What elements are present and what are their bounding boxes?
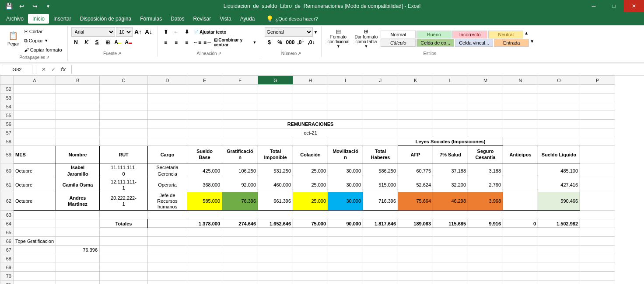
cell-J63[interactable] bbox=[363, 211, 398, 219]
cell-B59-nombre[interactable]: Nombre bbox=[56, 146, 100, 163]
cell-B70[interactable] bbox=[56, 272, 100, 281]
cell-O58[interactable] bbox=[538, 137, 580, 146]
redo-button[interactable]: ↪ bbox=[30, 1, 40, 11]
cell-L53[interactable] bbox=[433, 94, 468, 102]
cell-O55[interactable] bbox=[538, 111, 580, 120]
cell-G58[interactable] bbox=[258, 137, 293, 146]
bold-button[interactable]: N bbox=[71, 38, 81, 47]
cell-G55[interactable] bbox=[258, 111, 293, 120]
cell-A60[interactable]: Octubre bbox=[14, 163, 56, 178]
cell-H70[interactable] bbox=[293, 272, 328, 281]
cell-C58[interactable] bbox=[100, 137, 148, 146]
cell-C59-rut[interactable]: RUT bbox=[100, 146, 148, 163]
cell-O56[interactable] bbox=[538, 120, 580, 128]
cell-E70[interactable] bbox=[187, 272, 222, 281]
cell-D71[interactable] bbox=[148, 281, 187, 284]
cell-J67[interactable] bbox=[363, 246, 398, 254]
cell-M67[interactable] bbox=[468, 246, 503, 254]
cell-C69[interactable] bbox=[100, 263, 148, 272]
cell-O57[interactable] bbox=[538, 128, 580, 137]
cell-L64[interactable]: 115.685 bbox=[433, 219, 468, 228]
cell-G71[interactable] bbox=[258, 281, 293, 284]
cell-D68[interactable] bbox=[148, 254, 187, 263]
cell-P61[interactable] bbox=[580, 178, 615, 192]
cell-L66[interactable] bbox=[433, 237, 468, 246]
cell-E67[interactable] bbox=[187, 246, 222, 254]
cell-F66[interactable] bbox=[222, 237, 258, 246]
cell-C61[interactable]: 12.111.111-1 bbox=[100, 178, 148, 192]
cell-P62[interactable] bbox=[580, 192, 615, 211]
format-table-button[interactable]: ⊞ Dar formatocomo tabla ▼ bbox=[352, 27, 380, 50]
cell-G70[interactable] bbox=[258, 272, 293, 281]
cell-B69[interactable] bbox=[56, 263, 100, 272]
cell-P59[interactable] bbox=[580, 146, 615, 163]
cell-D58[interactable] bbox=[148, 137, 187, 146]
cell-H69[interactable] bbox=[293, 263, 328, 272]
cell-J66[interactable] bbox=[363, 237, 398, 246]
cell-I68[interactable] bbox=[328, 254, 363, 263]
cell-H58[interactable] bbox=[293, 137, 328, 146]
cell-K58-leyes[interactable]: Leyes Sociales (Imposiciones) bbox=[398, 137, 503, 146]
cell-H71[interactable] bbox=[293, 281, 328, 284]
cell-O53[interactable] bbox=[538, 94, 580, 102]
col-header-N[interactable]: N bbox=[503, 76, 538, 85]
cell-A59-mes[interactable]: MES bbox=[14, 146, 56, 163]
cell-L65[interactable] bbox=[433, 228, 468, 237]
cell-D61[interactable]: Operaria bbox=[148, 178, 187, 192]
col-header-B[interactable]: B bbox=[56, 76, 100, 85]
cell-N66[interactable] bbox=[503, 237, 538, 246]
alineacion-expand[interactable]: ↗ bbox=[218, 51, 221, 56]
cell-I59-movilizacion[interactable]: Movilización bbox=[328, 146, 363, 163]
cell-B67[interactable]: 76.396 bbox=[56, 246, 100, 254]
cell-D63[interactable] bbox=[148, 211, 187, 219]
cell-H65[interactable] bbox=[293, 228, 328, 237]
row-header-56[interactable]: 56 bbox=[0, 120, 14, 128]
cell-C66[interactable] bbox=[100, 237, 148, 246]
decrease-decimal[interactable]: ,0↓ bbox=[307, 38, 316, 47]
menu-disposicion[interactable]: Disposición de página bbox=[76, 14, 136, 24]
cell-P63[interactable] bbox=[580, 211, 615, 219]
cell-P68[interactable] bbox=[580, 254, 615, 263]
cell-K71[interactable] bbox=[398, 281, 433, 284]
cell-H59-colacion[interactable]: Colación bbox=[293, 146, 328, 163]
cell-N70[interactable] bbox=[503, 272, 538, 281]
cell-F53[interactable] bbox=[222, 94, 258, 102]
cell-C64-totales[interactable]: Totales bbox=[100, 219, 148, 228]
cell-D64[interactable] bbox=[148, 219, 187, 228]
cell-N67[interactable] bbox=[503, 246, 538, 254]
cell-I67[interactable] bbox=[328, 246, 363, 254]
cell-L61[interactable]: 32.200 bbox=[433, 178, 468, 192]
cell-C53[interactable] bbox=[100, 94, 148, 102]
cell-N62[interactable] bbox=[503, 192, 538, 211]
cell-E57[interactable] bbox=[187, 128, 222, 137]
col-header-H[interactable]: H bbox=[293, 76, 328, 85]
cell-A55[interactable] bbox=[14, 111, 56, 120]
cell-I65[interactable] bbox=[328, 228, 363, 237]
cell-D67[interactable] bbox=[148, 246, 187, 254]
cell-L68[interactable] bbox=[433, 254, 468, 263]
fill-color-button[interactable]: A▬ bbox=[113, 38, 123, 47]
increase-decimal[interactable]: ,0↑ bbox=[296, 38, 306, 47]
cell-L60[interactable]: 37.188 bbox=[433, 163, 468, 178]
menu-datos[interactable]: Datos bbox=[166, 14, 189, 24]
cell-M71[interactable] bbox=[468, 281, 503, 284]
cell-A52[interactable] bbox=[14, 85, 56, 94]
cell-J60[interactable]: 586.250 bbox=[363, 163, 398, 178]
cell-B57[interactable] bbox=[56, 128, 100, 137]
cell-D70[interactable] bbox=[148, 272, 187, 281]
cell-E68[interactable] bbox=[187, 254, 222, 263]
cell-K59-afp[interactable]: AFP bbox=[398, 146, 433, 163]
cell-K56[interactable] bbox=[398, 120, 433, 128]
cell-K60[interactable]: 60.775 bbox=[398, 163, 433, 178]
cell-M56[interactable] bbox=[468, 120, 503, 128]
cell-J56[interactable] bbox=[363, 120, 398, 128]
cell-N53[interactable] bbox=[503, 94, 538, 102]
cell-J59-total-haberes[interactable]: TotalHaberes bbox=[363, 146, 398, 163]
cell-K61[interactable]: 52.624 bbox=[398, 178, 433, 192]
cell-E69[interactable] bbox=[187, 263, 222, 272]
cell-P60[interactable] bbox=[580, 163, 615, 178]
cell-J68[interactable] bbox=[363, 254, 398, 263]
cell-D59-cargo[interactable]: Cargo bbox=[148, 146, 187, 163]
cell-J52[interactable] bbox=[363, 85, 398, 94]
menu-archivo[interactable]: Archivo bbox=[2, 14, 28, 24]
